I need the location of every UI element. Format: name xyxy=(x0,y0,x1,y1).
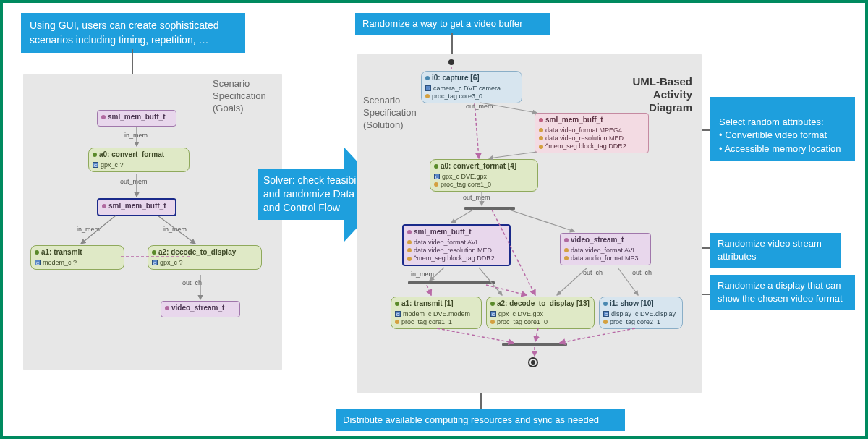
left-edge-in2b: in_mem xyxy=(163,226,187,233)
right-transmit: a1: transmit [1] Cmodem_c DVE.modem proc… xyxy=(391,297,482,329)
callout-top: Randomize a way to get a video buffer xyxy=(355,13,550,35)
right-convert: a0: convert_format [4] Cgpx_c DVE.gpx pr… xyxy=(430,159,538,192)
r-edge-in: in_mem xyxy=(411,270,434,278)
right-capture: i0: capture [6] Ccamera_c DVE.camera pro… xyxy=(421,71,522,103)
left-edge-in1: in_mem xyxy=(124,132,148,139)
left-edge-in2a: in_mem xyxy=(77,226,100,233)
r-edge-out2: out_mem xyxy=(463,194,490,201)
final-node-icon xyxy=(528,357,538,367)
diagram-frame: { "callouts": { "gui": "Using GUI, users… xyxy=(0,0,868,439)
callout-gui-text: Using GUI, users can create sophisticate… xyxy=(30,20,218,46)
leader-top xyxy=(451,33,453,54)
left-edge-out1: out_mem xyxy=(120,178,148,185)
left-buf0: sml_mem_buff_t xyxy=(97,110,176,127)
callout-bottom: Distribute available computing resources… xyxy=(336,409,625,431)
callout-attrs: Select random attributes: • Convertible … xyxy=(710,97,855,161)
callout-disp-text: Randomize a display that can show the ch… xyxy=(718,280,843,304)
r-edge-outc1: out_ch xyxy=(583,269,603,276)
right-buf2: sml_mem_buff_t data.video_format AVI dat… xyxy=(402,224,511,266)
r-edge-out1: out_mem xyxy=(466,103,493,110)
left-decode: a2: decode_to_display Cgpx_c ? xyxy=(148,245,262,270)
left-vstream: video_stream_t xyxy=(161,301,240,317)
fork-bar-2-icon xyxy=(408,281,495,284)
leader-bottom xyxy=(480,393,482,409)
left-convert: a0: convert_format Cgpx_c ? xyxy=(88,148,190,172)
left-transmit: a1: transmit Cmodem_c ? xyxy=(30,245,124,270)
right-decode: a2: decode_to_display [13] Cgpx_c DVE.gp… xyxy=(486,297,595,329)
right-buf1: sml_mem_buff_t data.video_format MPEG4 d… xyxy=(535,113,649,153)
leader-gui xyxy=(132,49,133,74)
left-buf1: sml_mem_buff_t xyxy=(97,198,176,216)
callout-top-text: Randomize a way to get a video buffer xyxy=(362,18,523,29)
solution-label: Scenario Specification (Solution) xyxy=(363,82,428,132)
callout-attrs-text: Select random attributes: • Convertible … xyxy=(719,116,841,153)
callout-gui: Using GUI, users can create sophisticate… xyxy=(21,13,245,53)
fork-bar-1-icon xyxy=(464,207,515,210)
r-edge-outc2: out_ch xyxy=(632,269,652,276)
callout-stream: Randomize video stream attributes xyxy=(710,233,841,268)
callout-stream-text: Randomize video stream attributes xyxy=(718,238,822,262)
callout-bottom-text: Distribute available computing resources… xyxy=(343,414,599,425)
left-edge-outc: out_ch xyxy=(182,279,202,286)
solver-arrow-text: Solver: check feasibility and randomize … xyxy=(263,174,372,215)
initial-node-icon xyxy=(448,59,454,65)
right-vstream: video_stream_t data.video_format AVI dat… xyxy=(560,233,651,265)
join-bar-icon xyxy=(502,343,567,346)
goals-label: Scenario Specification (Goals) xyxy=(213,78,278,115)
callout-disp: Randomize a display that can show the ch… xyxy=(710,275,855,310)
uml-label: UML-Based Activity Diagram xyxy=(609,75,692,114)
right-show: i1: show [10] Cdisplay_c DVE.display pro… xyxy=(599,297,683,329)
